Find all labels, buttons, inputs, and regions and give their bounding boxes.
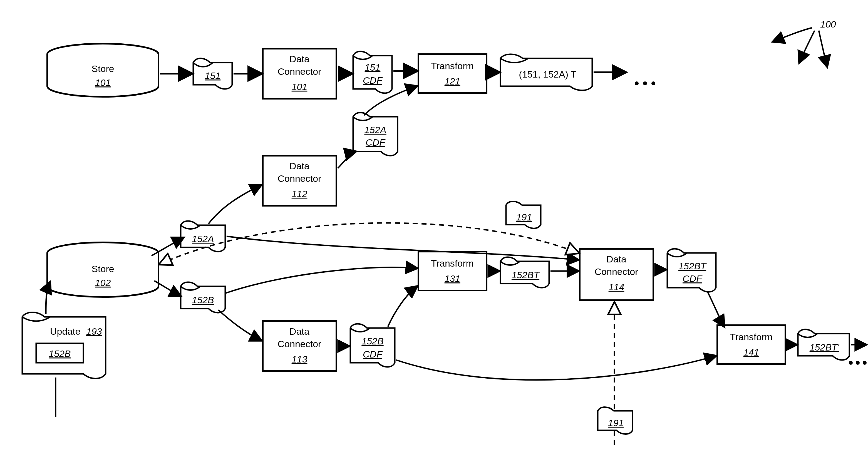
doc-152btprime-l1: 152BT' — [810, 342, 840, 353]
dc-112-ref: 112 — [292, 188, 308, 199]
arrow-152bcdf-t141 — [396, 356, 716, 380]
t121-ref: 121 — [444, 76, 460, 87]
dc-112-l2: Connector — [278, 173, 321, 184]
transform-121: Transform 121 — [418, 54, 487, 93]
svg-rect-2 — [418, 54, 487, 93]
store-101-ref: 101 — [95, 77, 111, 88]
doc-151-152a-t: (151, 152A) T — [500, 54, 592, 90]
t121-label: Transform — [431, 61, 474, 71]
doc-152bcdf-l1: 152B — [362, 336, 383, 346]
store-102-ref: 102 — [95, 277, 111, 288]
arrow-store102-152a — [152, 238, 184, 256]
doc-191b-l1: 191 — [608, 418, 624, 428]
doc-152acdf-l2: CDF — [366, 137, 385, 148]
doc-update-193: Update 193 152B — [22, 312, 106, 378]
doc-152b-l1: 152B — [192, 295, 214, 305]
svg-point-5 — [651, 82, 655, 85]
dc-101-l1: Data — [289, 54, 309, 64]
transform-141: Transform 141 — [717, 325, 785, 364]
svg-point-3 — [635, 82, 639, 85]
doc-152bt-l1: 152BT — [512, 270, 540, 280]
doc-191a-l1: 191 — [516, 212, 532, 222]
doc-152b-cdf: 152B CDF — [350, 324, 395, 367]
dc-114-l1: Data — [607, 254, 626, 264]
update-inner: 152B — [49, 348, 71, 359]
doc-191-b: 191 — [598, 407, 632, 434]
store-102-label: Store — [91, 264, 114, 274]
arrow-152b-t131 — [225, 267, 417, 293]
doc-151-152a-t-text: (151, 152A) T — [519, 69, 576, 80]
doc-152a: 152A — [181, 221, 225, 251]
doc-151-cdf: 151 CDF — [353, 52, 392, 93]
doc-152acdf-l1: 152A — [364, 125, 386, 135]
dc-113-ref: 113 — [292, 354, 308, 364]
dc-101-l2: Connector — [278, 66, 321, 77]
doc-152bt: 152BT — [500, 257, 549, 288]
svg-point-13 — [849, 361, 853, 365]
doc-151cdf-l1: 151 — [365, 62, 381, 72]
doc-152btcdf-l2: CDF — [683, 273, 703, 284]
fig-ref: 100 — [820, 19, 836, 29]
svg-point-15 — [863, 361, 867, 365]
arrow-152btcdf-t141 — [708, 292, 724, 327]
dc-112-l1: Data — [289, 161, 309, 171]
doc-151-ref: 151 — [205, 70, 221, 81]
dc-113-l1: Data — [289, 326, 309, 337]
doc-152bt-cdf: 152BT CDF — [667, 249, 716, 292]
t131-ref: 131 — [444, 273, 460, 284]
transform-131: Transform 131 — [418, 251, 487, 291]
dc-101-ref: 101 — [292, 82, 308, 92]
arrow-152b-dc113 — [218, 310, 261, 340]
svg-rect-10 — [418, 251, 487, 291]
store-101-label: Store — [91, 63, 114, 74]
data-connector-114: Data Connector 114 — [580, 249, 653, 300]
data-connector-113: Data Connector 113 — [263, 321, 336, 371]
doc-152bcdf-l2: CDF — [363, 349, 383, 359]
store-101: Store 101 — [47, 43, 158, 97]
t131-label: Transform — [431, 258, 474, 269]
ellipsis-top — [635, 82, 655, 85]
arrow-152bcdf-t131 — [388, 286, 417, 327]
svg-point-14 — [856, 361, 860, 365]
doc-151cdf-l2: CDF — [363, 75, 383, 86]
data-connector-101: Data Connector 101 — [263, 49, 336, 99]
store-102: Store 102 — [47, 242, 158, 297]
ellipsis-bottom — [849, 361, 867, 365]
dc-114-l2: Connector — [595, 266, 638, 277]
update-ref: 193 — [86, 326, 102, 337]
arrow-152a-dc112 — [209, 185, 261, 224]
doc-152b: 152B — [181, 282, 225, 313]
doc-152btcdf-l1: 152BT — [678, 261, 707, 271]
doc-191-a: 191 — [506, 202, 541, 228]
data-connector-112: Data Connector 112 — [263, 156, 336, 206]
update-label: Update — [50, 326, 81, 337]
svg-rect-12 — [717, 325, 785, 364]
arrow-dc112-152acdf — [338, 152, 356, 168]
doc-152a-l1: 152A — [192, 234, 214, 244]
figure-ref-100: 100 — [773, 19, 836, 67]
dc-114-ref: 114 — [609, 282, 624, 292]
t141-label: Transform — [730, 332, 773, 342]
doc-152bt-prime: 152BT' — [798, 329, 849, 360]
doc-151: 151 — [192, 58, 232, 89]
dc-113-l2: Connector — [278, 339, 321, 349]
t141-ref: 141 — [743, 347, 759, 358]
doc-152a-cdf: 152A CDF — [353, 113, 398, 156]
svg-point-4 — [643, 82, 647, 85]
arrow-152a-dc114 — [226, 236, 578, 260]
